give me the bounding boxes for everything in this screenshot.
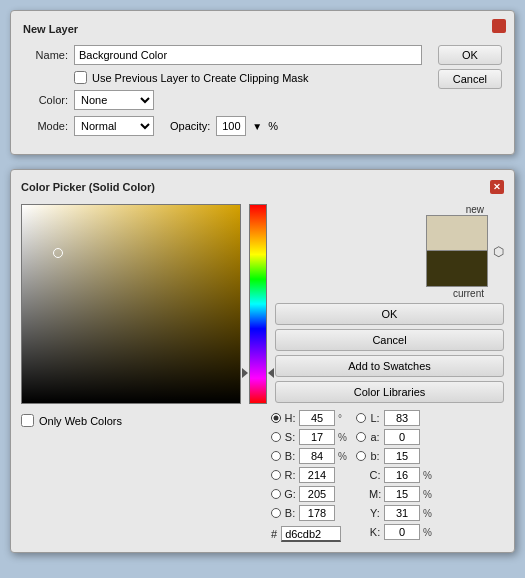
g-input[interactable] [299, 486, 335, 502]
l-label: L: [369, 412, 381, 424]
a-input[interactable] [384, 429, 420, 445]
new-layer-dialog: New Layer Name: Use Previous Layer to Cr… [10, 10, 515, 155]
g-radio[interactable] [271, 489, 281, 499]
h-label: H: [284, 412, 296, 424]
new-layer-ok-button[interactable]: OK [438, 45, 502, 65]
color-picker-body: new ⬡ current OK Cancel Add to Swatches … [21, 204, 504, 404]
hex-input[interactable] [281, 526, 341, 542]
current-color-label: current [453, 288, 484, 299]
g-label: G: [284, 488, 296, 500]
right-buttons: OK Cancel Add to Swatches Color Librarie… [275, 303, 504, 403]
opacity-input[interactable] [216, 116, 246, 136]
h-unit: ° [338, 413, 342, 424]
new-layer-close-button[interactable] [492, 19, 506, 33]
only-web-area: Only Web Colors [21, 410, 241, 542]
l-input[interactable] [384, 410, 420, 426]
color-field-cursor [53, 248, 63, 258]
color-libraries-button[interactable]: Color Libraries [275, 381, 504, 403]
r-input[interactable] [299, 467, 335, 483]
color-picker-title: Color Picker (Solid Color) ✕ [21, 180, 504, 194]
mode-select[interactable]: Normal [74, 116, 154, 136]
hue-arrow-right [268, 368, 274, 378]
new-color-label: new [466, 204, 484, 215]
a-label: a: [369, 431, 381, 443]
k-input[interactable] [384, 524, 420, 540]
b3-radio[interactable] [356, 451, 366, 461]
color-picker-dialog: Color Picker (Solid Color) ✕ new ⬡ curr [10, 169, 515, 553]
name-input[interactable] [74, 45, 422, 65]
y-label: Y: [369, 507, 381, 519]
color-ok-button[interactable]: OK [275, 303, 504, 325]
new-color-swatch[interactable] [426, 215, 488, 251]
r-radio[interactable] [271, 470, 281, 480]
c-unit: % [423, 470, 435, 481]
new-layer-title: New Layer [23, 23, 502, 35]
name-label: Name: [23, 49, 68, 61]
k-label: K: [369, 526, 381, 538]
hsb-rgb-fields: H: ° S: % B: % R: [271, 410, 350, 542]
y-input[interactable] [384, 505, 420, 521]
color-select[interactable]: None [74, 90, 154, 110]
c-input[interactable] [384, 467, 420, 483]
clipping-mask-checkbox[interactable] [74, 71, 87, 84]
s-input[interactable] [299, 429, 335, 445]
s-unit: % [338, 432, 350, 443]
k-unit: % [423, 527, 435, 538]
opacity-dropdown-arrow[interactable]: ▼ [252, 121, 262, 132]
mode-label: Mode: [23, 120, 68, 132]
b2-label: B: [284, 507, 296, 519]
color-gradient [22, 205, 240, 403]
b-radio[interactable] [271, 451, 281, 461]
opacity-unit: % [268, 120, 278, 132]
color-picker-close-button[interactable]: ✕ [490, 180, 504, 194]
color-label: Color: [23, 94, 68, 106]
l-radio[interactable] [356, 413, 366, 423]
b-label: B: [284, 450, 296, 462]
hex-hash: # [271, 528, 277, 540]
y-unit: % [423, 508, 435, 519]
clipping-mask-label: Use Previous Layer to Create Clipping Ma… [92, 72, 308, 84]
a-radio[interactable] [356, 432, 366, 442]
only-web-colors-checkbox[interactable] [21, 414, 34, 427]
b3-input[interactable] [384, 448, 420, 464]
only-web-colors-label: Only Web Colors [39, 415, 122, 427]
h-radio[interactable] [271, 413, 281, 423]
b-input[interactable] [299, 448, 335, 464]
right-panel: new ⬡ current OK Cancel Add to Swatches … [275, 204, 504, 403]
new-layer-cancel-button[interactable]: Cancel [438, 69, 502, 89]
picker-bottom: Only Web Colors H: ° S: % [21, 410, 504, 542]
add-to-swatches-button[interactable]: Add to Swatches [275, 355, 504, 377]
current-color-swatch[interactable] [426, 251, 488, 287]
m-input[interactable] [384, 486, 420, 502]
b3-label: b: [369, 450, 381, 462]
color-field[interactable] [21, 204, 241, 404]
m-label: M: [369, 488, 381, 500]
cube-icon[interactable]: ⬡ [493, 244, 504, 259]
s-label: S: [284, 431, 296, 443]
b2-radio[interactable] [271, 508, 281, 518]
opacity-label: Opacity: [170, 120, 210, 132]
b-unit: % [338, 451, 350, 462]
c-label: C: [369, 469, 381, 481]
hue-slider[interactable] [249, 204, 267, 404]
s-radio[interactable] [271, 432, 281, 442]
h-input[interactable] [299, 410, 335, 426]
r-label: R: [284, 469, 296, 481]
m-unit: % [423, 489, 435, 500]
lab-cmyk-fields: L: a: b: C: % [356, 410, 435, 542]
b2-input[interactable] [299, 505, 335, 521]
new-layer-buttons: OK Cancel [438, 45, 502, 89]
color-cancel-button[interactable]: Cancel [275, 329, 504, 351]
hue-arrow-left [242, 368, 248, 378]
